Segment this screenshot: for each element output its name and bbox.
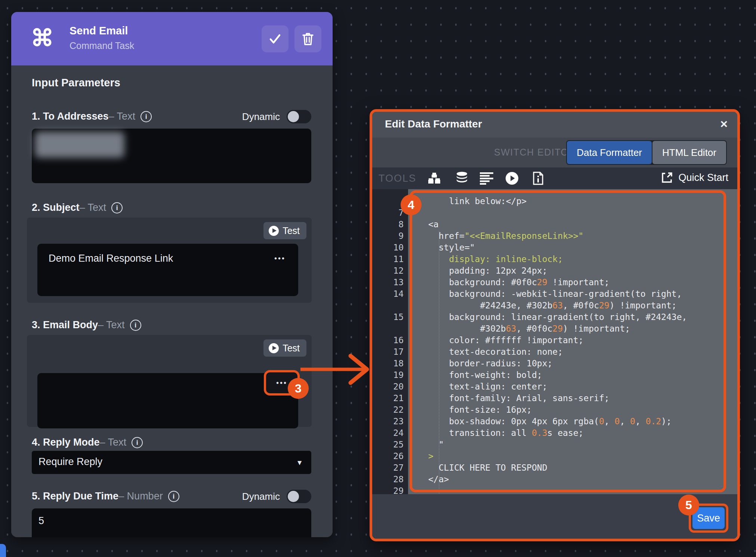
param-label-subject: 2. Subject– Text i — [32, 202, 123, 213]
quick-start-link[interactable]: Quick Start — [661, 172, 728, 184]
step-badge-3: 3 — [288, 378, 309, 399]
code-row: 25 " — [372, 439, 737, 450]
info-doc-icon — [533, 172, 544, 185]
task-subtitle: Command Task — [70, 40, 134, 51]
line-number: 7 — [372, 207, 404, 219]
code-row: 21 font-family: Arial, sans-serif; — [372, 393, 737, 404]
code-row: 17 text-decoration: none; — [372, 346, 737, 358]
subject-test-button[interactable]: Test — [263, 222, 306, 239]
text-lines-icon — [480, 172, 493, 185]
input-parameters-heading: Input Parameters — [32, 77, 120, 89]
task-title: Send Email — [70, 25, 128, 37]
database-tool-button[interactable] — [455, 172, 469, 185]
param-type: – Text — [80, 202, 107, 213]
toggle-knob — [288, 111, 299, 122]
tab-data-formatter[interactable]: Data Formatter — [567, 141, 652, 164]
modal-header: Edit Data Formatter × — [372, 112, 737, 138]
toggle-knob — [288, 491, 299, 502]
code-row: 12 padding: 12px 24px; — [372, 265, 737, 277]
line-number: 26 — [372, 450, 404, 462]
code-row: 14 background: -webkit-linear-gradient(t… — [372, 288, 737, 300]
code-row: 20 text-align: center; — [372, 381, 737, 393]
subject-input[interactable]: Demo Email Response Link ••• — [37, 244, 298, 296]
line-number: 12 — [372, 265, 404, 277]
play-icon — [269, 226, 279, 236]
annotation-arrow — [297, 351, 372, 389]
code-row: 23 box-shadow: 0px 4px 6px rgba(0, 0, 0,… — [372, 416, 737, 427]
docs-tool-button[interactable] — [531, 172, 545, 185]
info-icon[interactable]: i — [168, 491, 179, 502]
line-number: 21 — [372, 393, 404, 404]
command-icon: ⌘ — [31, 25, 54, 52]
reply-mode-dropdown[interactable]: Require Reply ▼ — [32, 451, 311, 474]
line-number: 23 — [372, 416, 404, 427]
line-number: 14 — [372, 288, 404, 300]
line-number: 24 — [372, 427, 404, 439]
param-label-reply-mode: 4. Reply Mode– Text i — [32, 437, 143, 448]
dynamic-toggle-row: Dynamic — [242, 490, 311, 503]
line-number: 20 — [372, 381, 404, 393]
chevron-down-icon: ▼ — [296, 459, 303, 467]
blocks-tool-button[interactable] — [428, 172, 441, 185]
background-node-fragment — [0, 544, 6, 557]
close-icon[interactable]: × — [720, 116, 728, 131]
info-icon[interactable]: i — [111, 202, 123, 213]
edit-data-formatter-modal: Edit Data Formatter × SWITCH EDITOR Data… — [370, 109, 740, 541]
code-row: 18 border-radius: 10px; — [372, 358, 737, 369]
param-type: – Text — [98, 319, 125, 330]
tab-html-editor[interactable]: HTML Editor — [652, 141, 726, 164]
indent-guide — [439, 231, 439, 494]
dynamic-label: Dynamic — [242, 111, 280, 123]
line-number: 22 — [372, 404, 404, 416]
dynamic-toggle[interactable] — [287, 490, 311, 503]
step-badge-4: 4 — [401, 194, 422, 215]
code-row: link below:</p> — [372, 196, 737, 207]
line-number: 9 — [372, 230, 404, 242]
info-icon[interactable]: i — [130, 320, 141, 331]
param-type: – Text — [100, 437, 127, 448]
reply-due-time-input[interactable]: 5 — [32, 508, 311, 537]
code-row: 9 href="<<EmailResponseLink>>" — [372, 230, 737, 242]
line-number: 16 — [372, 335, 404, 346]
text-lines-tool-button[interactable] — [480, 172, 493, 185]
param-label-email-body: 3. Email Body– Text i — [32, 319, 141, 331]
info-icon[interactable]: i — [141, 111, 152, 122]
line-number: 27 — [372, 462, 404, 474]
code-row: 28</a> — [372, 474, 737, 485]
line-number: 13 — [372, 277, 404, 288]
line-number: 15 — [372, 311, 404, 323]
to-addresses-input[interactable] — [32, 129, 311, 183]
editor-tabs: Data Formatter HTML Editor — [566, 140, 727, 165]
ellipsis-icon: ••• — [276, 379, 287, 387]
quick-start-label: Quick Start — [678, 172, 728, 184]
code-row: #302b63, #0f0c29) !important; — [372, 323, 737, 335]
code-row: 27 CLICK HERE TO RESPOND — [372, 462, 737, 474]
test-label: Test — [283, 225, 300, 236]
line-number: 25 — [372, 439, 404, 450]
delete-button[interactable] — [294, 25, 321, 52]
redacted-email-value — [35, 132, 124, 158]
dynamic-toggle[interactable] — [287, 110, 311, 123]
subject-menu-button[interactable]: ••• — [274, 254, 286, 263]
info-icon[interactable]: i — [132, 437, 143, 448]
tools-label: TOOLS — [379, 173, 416, 184]
code-row: 26> — [372, 450, 737, 462]
play-circle-icon — [505, 171, 519, 185]
run-tool-button[interactable] — [505, 172, 519, 185]
modal-title: Edit Data Formatter — [385, 118, 482, 130]
code-row: 8<a — [372, 219, 737, 230]
param-label-to-addresses: 1. To Addresses– Text i — [32, 111, 152, 122]
line-number: 18 — [372, 358, 404, 369]
param-type: – Text — [109, 111, 136, 122]
external-link-icon — [661, 172, 673, 184]
line-number: 8 — [372, 219, 404, 230]
code-editor[interactable]: link below:</p>78<a9 href="<<EmailRespon… — [372, 189, 737, 494]
code-row: 16 color: #ffffff !important; — [372, 335, 737, 346]
switch-editor-row: SWITCH EDITOR Data Formatter HTML Editor — [372, 138, 737, 167]
code-row: 15 background: linear-gradient(to right,… — [372, 311, 737, 323]
email-body-input[interactable] — [37, 373, 298, 428]
blocks-icon — [428, 172, 441, 185]
dynamic-toggle-row: Dynamic — [242, 110, 311, 123]
confirm-button[interactable] — [262, 25, 288, 52]
line-number: 11 — [372, 253, 404, 265]
